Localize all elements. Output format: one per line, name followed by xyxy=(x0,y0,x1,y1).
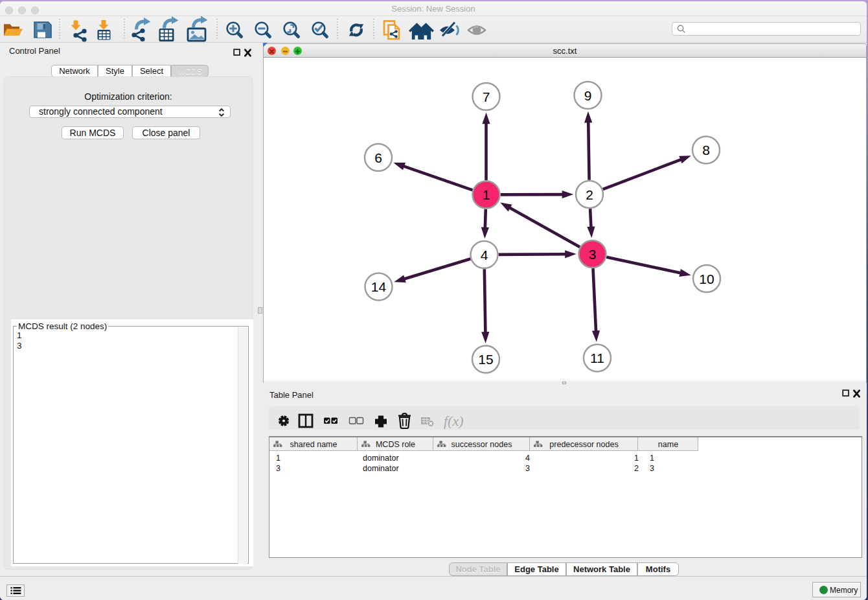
svg-text:7: 7 xyxy=(483,89,490,104)
svg-text:3: 3 xyxy=(525,464,530,473)
svg-text:1: 1 xyxy=(650,454,654,463)
svg-text:14: 14 xyxy=(371,279,387,294)
svg-text:shared name: shared name xyxy=(290,440,337,449)
svg-text:1: 1 xyxy=(276,454,280,463)
svg-text:4: 4 xyxy=(481,248,488,262)
svg-text:3: 3 xyxy=(589,247,597,262)
svg-text:f(x): f(x) xyxy=(444,413,464,429)
svg-text:1: 1 xyxy=(483,187,490,202)
svg-text:predecessor nodes: predecessor nodes xyxy=(549,440,618,449)
svg-text:4: 4 xyxy=(525,454,530,463)
svg-text:15: 15 xyxy=(478,352,493,367)
svg-text:1: 1 xyxy=(634,454,639,463)
svg-text:2: 2 xyxy=(586,187,593,202)
svg-text:3: 3 xyxy=(276,464,280,473)
svg-text:10: 10 xyxy=(699,271,714,286)
svg-text:3: 3 xyxy=(650,464,654,473)
svg-text:dominator: dominator xyxy=(363,454,399,463)
svg-text:name: name xyxy=(658,440,678,449)
svg-text:6: 6 xyxy=(374,150,382,165)
svg-text:successor nodes: successor nodes xyxy=(451,440,512,449)
svg-text:2: 2 xyxy=(634,464,639,473)
svg-text:9: 9 xyxy=(584,88,592,103)
svg-text:MCDS role: MCDS role xyxy=(376,440,415,449)
svg-text:11: 11 xyxy=(590,351,604,365)
svg-text:8: 8 xyxy=(702,143,710,157)
svg-text:dominator: dominator xyxy=(363,464,399,473)
